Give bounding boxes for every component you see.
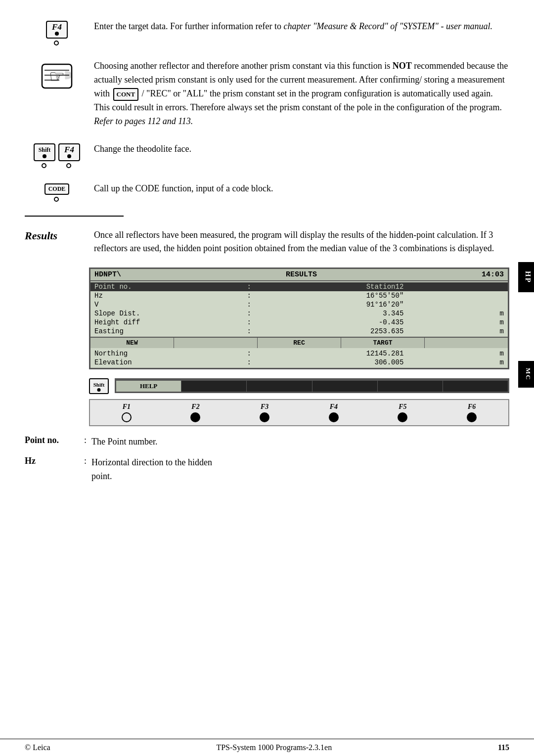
lcd-label-v: V — [94, 301, 154, 309]
f4-key-wrapper2: F4 — [58, 143, 80, 168]
lcd-help-btn[interactable]: HELP — [116, 381, 181, 392]
lcd-help-btn-3[interactable] — [247, 381, 312, 392]
lcd-row-hdiff: Height diff : -0.435 m — [90, 318, 508, 327]
f4-italic-text: chapter "Measure & Record" of "SYSTEM" -… — [284, 21, 492, 31]
lcd-label-slope: Slope Dist. — [94, 310, 154, 317]
not-bold: NOT — [393, 61, 412, 71]
hand-icon-group: ☞ — [25, 59, 89, 95]
lcd-colon-elevation: : — [244, 358, 254, 366]
lcd-row-hz: Hz : 16°55'50" — [90, 291, 508, 300]
f4-dot-circle — [54, 41, 59, 45]
f4-key-label-2: F4 — [64, 145, 74, 155]
shift-small-wrapper: Shift — [89, 378, 109, 394]
lcd-btn-new[interactable]: NEW — [90, 338, 174, 348]
f4-key-label: F4 — [52, 22, 62, 32]
lcd-display: HDNPT\ RESULTS 14:03 Point no. : Station… — [89, 267, 509, 369]
cont-key-inline: CONT — [113, 88, 139, 101]
lcd-btn-targt[interactable]: TARGT — [341, 338, 425, 348]
lcd-row-slope: Slope Dist. : 3.345 m — [90, 309, 508, 318]
lcd-label-northing: Northing — [94, 350, 154, 357]
fkey-f1-group: F1 — [122, 403, 132, 422]
point-colon-hz: : — [84, 456, 87, 466]
lcd-help-btn-5[interactable] — [378, 381, 443, 392]
lcd-colon-v: : — [244, 301, 254, 309]
lcd-btn-rec[interactable]: REC — [258, 338, 341, 348]
hand-section: ☞ Choosing another reflector and therefo… — [25, 59, 509, 129]
lcd-value-hdiff: -0.435 — [344, 318, 403, 326]
code-key-wrapper: CODE — [44, 183, 70, 202]
fkey-f5-group: F5 — [398, 403, 407, 422]
fkey-f3-label: F3 — [261, 403, 268, 411]
fkey-f5-circle[interactable] — [398, 412, 407, 422]
lcd-colon-slope: : — [244, 310, 254, 317]
lcd-unit-pointno — [494, 283, 504, 291]
f4-section-text: Enter the target data. For further infor… — [89, 20, 509, 34]
refer-italic: Refer to pages 112 and 113. — [94, 116, 193, 126]
lcd-unit-slope: m — [494, 310, 504, 317]
footer: © Leica TPS-System 1000 Programs-2.3.1en… — [0, 739, 534, 756]
lcd-value-easting: 2253.635 — [344, 327, 403, 335]
shift-f4-section: Shift F4 C — [25, 142, 509, 168]
lcd-colon-hdiff: : — [244, 318, 254, 326]
f4-key-icon[interactable]: F4 — [46, 21, 68, 39]
lcd-header-center: RESULTS — [286, 270, 317, 279]
fkey-f3-circle[interactable] — [260, 412, 269, 422]
point-row-pointno: Point no. : The Point number. — [25, 435, 509, 449]
f4-key-icon-2[interactable]: F4 — [58, 143, 80, 161]
fkey-f5-label: F5 — [399, 403, 406, 411]
results-heading: Results — [25, 228, 89, 242]
shift-f4-text: Change the theodolite face. — [89, 142, 509, 156]
fkey-f6-circle[interactable] — [467, 412, 477, 422]
lcd-label-hz: Hz — [94, 292, 154, 300]
code-section: CODE Call up the CODE function, input of… — [25, 182, 509, 202]
fkey-f2-circle[interactable] — [190, 412, 200, 422]
lcd-row-easting: Easting : 2253.635 m — [90, 327, 508, 336]
page-container: F4 Enter the target data. For further in… — [0, 0, 534, 756]
shift-small-key[interactable]: Shift — [89, 378, 109, 394]
lcd-value-hz: 16°55'50" — [344, 292, 403, 300]
hp-tab: HP — [518, 262, 534, 292]
fkey-f1-circle[interactable] — [122, 412, 132, 422]
point-desc-hz: Horizontal direction to the hiddenpoint. — [91, 456, 509, 484]
f4-icon-group: F4 — [25, 20, 89, 45]
footer-page-number: 115 — [498, 743, 509, 752]
code-dot-circle — [54, 197, 59, 202]
fkey-f3-group: F3 — [260, 403, 269, 422]
lcd-btn-empty1[interactable] — [174, 338, 258, 348]
lcd-value-slope: 3.345 — [344, 310, 403, 317]
hand-icon: ☞ — [40, 60, 74, 95]
f4-dot-circle-2 — [66, 163, 71, 168]
lcd-value-v: 91°16'20" — [344, 301, 403, 309]
code-dot — [54, 197, 60, 202]
footer-copyright: © Leica — [25, 743, 50, 752]
point-term-pointno: Point no. — [25, 435, 79, 445]
f4-with-dot: F4 — [46, 21, 68, 45]
shift-key-icon[interactable]: Shift — [34, 143, 55, 161]
lcd-unit-elevation: m — [494, 358, 504, 366]
lcd-label-easting: Easting — [94, 327, 154, 335]
fkeys-row: F1 F2 F3 F4 F5 F6 — [89, 399, 509, 426]
code-icon-group: CODE — [25, 182, 89, 202]
lcd-label-hdiff: Height diff — [94, 318, 154, 326]
lcd-colon-hz: : — [244, 292, 254, 300]
lcd-row-elevation: Elevation : 306.005 m — [90, 358, 508, 367]
lcd-lower-rows: Northing : 12145.281 m Elevation : 306.0… — [90, 348, 508, 368]
fkey-f4-circle[interactable] — [329, 412, 339, 422]
lcd-label-elevation: Elevation — [94, 358, 154, 366]
lcd-header-left: HDNPT\ — [94, 270, 121, 279]
f4-dot — [54, 41, 60, 45]
shift-f4-icon-group: Shift F4 — [25, 142, 89, 168]
lcd-unit-easting: m — [494, 327, 504, 335]
lcd-unit-v — [494, 301, 504, 309]
lcd-help-btn-2[interactable] — [181, 381, 247, 392]
point-descriptions: Point no. : The Point number. Hz : Horiz… — [0, 435, 534, 484]
shift-key-wrapper: Shift — [34, 143, 55, 168]
shift-dot — [42, 163, 47, 168]
lcd-btn-empty2[interactable] — [425, 338, 508, 348]
lcd-value-elevation: 306.005 — [344, 358, 403, 366]
lcd-help-btn-4[interactable] — [312, 381, 378, 392]
lcd-help-btn-6[interactable] — [443, 381, 508, 392]
main-content: F4 Enter the target data. For further in… — [0, 20, 534, 202]
code-key-label[interactable]: CODE — [44, 183, 70, 195]
lcd-help-row: HELP — [116, 380, 508, 392]
